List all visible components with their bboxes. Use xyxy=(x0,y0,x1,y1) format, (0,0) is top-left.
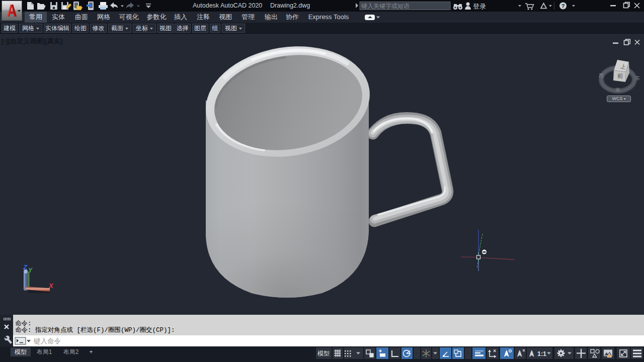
svg-text:南: 南 xyxy=(615,87,620,93)
svg-text:东: 东 xyxy=(635,75,640,81)
svg-text:模型: 模型 xyxy=(317,350,330,357)
svg-text:?: ? xyxy=(561,3,565,9)
svg-text:西: 西 xyxy=(599,73,604,78)
svg-text:Z: Z xyxy=(23,263,28,271)
svg-text:X: X xyxy=(48,282,54,290)
svg-text:1:1: 1:1 xyxy=(537,350,546,357)
svg-text:Y: Y xyxy=(28,267,33,274)
svg-text:前: 前 xyxy=(617,73,623,79)
